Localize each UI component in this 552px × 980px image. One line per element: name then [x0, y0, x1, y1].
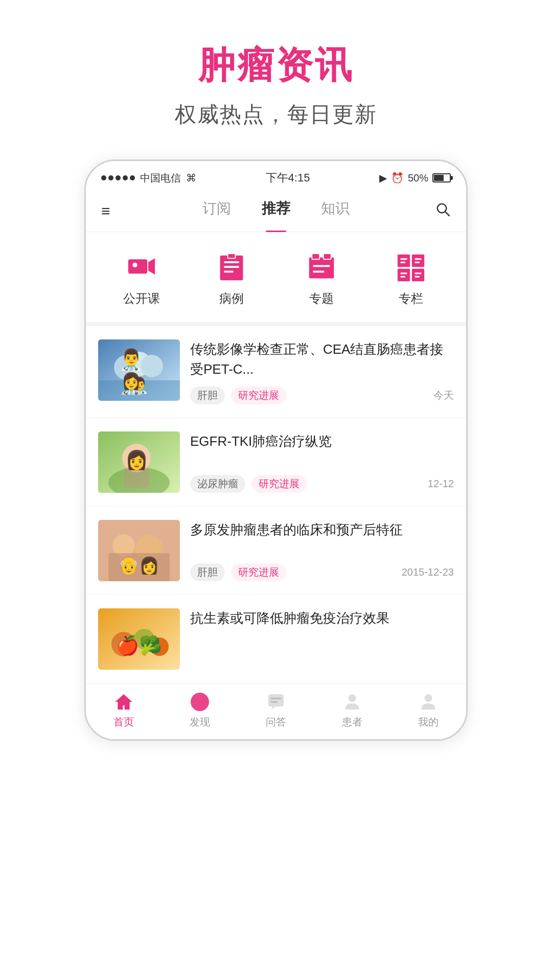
tab-dingue[interactable]: 订阅 — [202, 199, 231, 223]
article-item-3[interactable]: 👴👩 多原发肿瘤患者的临床和预产后特征 肝胆 研究进展 2015-12-23 — [86, 507, 466, 595]
article-item-1[interactable]: 👨‍⚕️ 传统影像学检查正常、CEA结直肠癌患者接受PET-C... 肝胆 研究… — [86, 326, 466, 418]
page-subtitle: 权威热点，每日更新 — [175, 100, 377, 129]
svg-rect-7 — [224, 266, 239, 268]
tab-zhishi[interactable]: 知识 — [321, 199, 350, 223]
qa-label: 问答 — [266, 715, 286, 729]
svg-rect-17 — [398, 269, 410, 281]
svg-rect-19 — [401, 258, 407, 260]
location-icon: ▶ — [379, 172, 387, 184]
nav-tab-items: 订阅 推荐 知识 — [132, 199, 420, 223]
article-list: 👨‍⚕️ 传统影像学检查正常、CEA结直肠癌患者接受PET-C... 肝胆 研究… — [86, 326, 466, 683]
svg-rect-49 — [268, 694, 284, 706]
svg-rect-16 — [412, 255, 424, 267]
column-icon — [393, 253, 429, 283]
menu-icon[interactable]: ≡ — [101, 202, 132, 220]
article-content-1: 传统影像学检查正常、CEA结直肠癌患者接受PET-C... 肝胆 研究进展 今天 — [190, 339, 454, 404]
article-thumb-3: 👴👩 — [98, 520, 180, 581]
article-content-2: EGFR-TKI肺癌治疗纵览 泌尿肿瘤 研究进展 12-12 — [190, 431, 454, 493]
tab-tuijian[interactable]: 推荐 — [262, 199, 290, 223]
svg-rect-6 — [224, 261, 239, 263]
discover-label: 发现 — [190, 715, 210, 729]
article-title-3: 多原发肿瘤患者的临床和预产后特征 — [190, 520, 454, 540]
patient-icon — [340, 692, 364, 712]
svg-rect-15 — [398, 255, 410, 267]
category-gongkaike[interactable]: 公开课 — [123, 253, 160, 307]
video-camera-icon — [124, 253, 159, 283]
article-meta-1: 肝胆 研究进展 今天 — [190, 386, 454, 404]
bottom-nav-qa[interactable]: 问答 — [238, 692, 314, 729]
battery-icon — [432, 173, 451, 183]
svg-point-30 — [141, 355, 163, 377]
discover-icon — [188, 692, 212, 712]
article-item-4[interactable]: 🍎🥦 抗生素或可降低肿瘤免疫治疗效果 — [86, 595, 466, 683]
category-zhuanti-label: 专题 — [309, 290, 334, 307]
svg-point-54 — [424, 694, 432, 702]
svg-rect-12 — [323, 254, 331, 259]
signal-dot-4 — [123, 175, 128, 180]
svg-rect-31 — [98, 380, 180, 401]
article-meta-3: 肝胆 研究进展 2015-12-23 — [190, 563, 454, 581]
svg-point-28 — [114, 355, 139, 380]
signal-dot-2 — [108, 175, 113, 180]
article-content-3: 多原发肿瘤患者的临床和预产后特征 肝胆 研究进展 2015-12-23 — [190, 520, 454, 581]
article-thumb-4: 🍎🥦 — [98, 608, 180, 670]
svg-rect-23 — [401, 272, 407, 274]
svg-rect-14 — [313, 271, 324, 273]
svg-rect-51 — [270, 701, 278, 703]
svg-point-29 — [127, 352, 151, 376]
article-thumb-2: 👩 — [98, 431, 180, 493]
case-icon — [214, 253, 249, 283]
svg-text:👨‍⚕️: 👨‍⚕️ — [130, 376, 149, 395]
tag-yanjiu-2: 研究进展 — [251, 475, 307, 493]
nav-tabs: ≡ 订阅 推荐 知识 — [86, 191, 466, 232]
article-title-2: EGFR-TKI肺癌治疗纵览 — [190, 431, 454, 451]
tag-gandan-3: 肝胆 — [190, 563, 225, 581]
article-meta-2: 泌尿肿瘤 研究进展 12-12 — [190, 475, 454, 493]
patient-label: 患者 — [342, 715, 362, 729]
bottom-nav-home[interactable]: 首页 — [86, 692, 162, 729]
svg-text:👴👩: 👴👩 — [119, 556, 159, 575]
carrier-label: 中国电信 — [140, 171, 181, 185]
mine-label: 我的 — [418, 715, 439, 729]
category-row: 公开课 病例 — [86, 232, 466, 326]
svg-rect-25 — [415, 272, 422, 274]
bottom-nav-mine[interactable]: 我的 — [390, 692, 466, 729]
alarm-icon: ⏰ — [391, 172, 404, 184]
svg-rect-18 — [412, 269, 424, 281]
battery-fill — [434, 175, 444, 181]
category-bingli[interactable]: 病例 — [214, 253, 249, 307]
battery-text: 50% — [408, 172, 428, 184]
qa-icon — [264, 692, 288, 712]
svg-text:👩: 👩 — [125, 449, 148, 471]
svg-rect-36 — [124, 467, 149, 488]
tag-yanjiu-3: 研究进展 — [231, 563, 286, 581]
svg-point-53 — [348, 694, 356, 702]
home-icon — [111, 692, 136, 712]
article-title-1: 传统影像学检查正常、CEA结直肠癌患者接受PET-C... — [190, 339, 454, 379]
status-bar: 中国电信 ⌘ 下午4:15 ▶ ⏰ 50% — [86, 161, 466, 191]
signal-dot-3 — [116, 175, 121, 180]
tag-yanjiu-1: 研究进展 — [231, 386, 286, 404]
svg-rect-20 — [401, 262, 405, 263]
tag-minyao-2: 泌尿肿瘤 — [190, 475, 245, 493]
category-zhuanti[interactable]: 专题 — [304, 253, 339, 307]
svg-point-0 — [438, 203, 447, 213]
bottom-nav: 首页 发现 问答 — [86, 683, 466, 739]
article-item-2[interactable]: 👩 EGFR-TKI肺癌治疗纵览 泌尿肿瘤 研究进展 12-12 — [86, 418, 466, 507]
article-date-1: 今天 — [433, 389, 454, 402]
category-zhuanlan[interactable]: 专栏 — [393, 253, 429, 307]
svg-rect-21 — [415, 258, 422, 260]
svg-rect-26 — [415, 276, 420, 278]
status-right: ▶ ⏰ 50% — [379, 172, 451, 184]
category-gongkaike-label: 公开课 — [123, 290, 160, 307]
article-content-4: 抗生素或可降低肿瘤免疫治疗效果 — [190, 608, 454, 670]
search-icon[interactable] — [420, 202, 451, 221]
bottom-nav-discover[interactable]: 发现 — [162, 692, 238, 729]
signal-dot-1 — [101, 175, 106, 180]
svg-rect-9 — [228, 254, 236, 258]
signal-dots — [101, 175, 135, 180]
svg-point-4 — [132, 263, 137, 267]
svg-rect-22 — [415, 262, 420, 263]
svg-rect-24 — [401, 276, 405, 278]
bottom-nav-patient[interactable]: 患者 — [314, 692, 390, 729]
